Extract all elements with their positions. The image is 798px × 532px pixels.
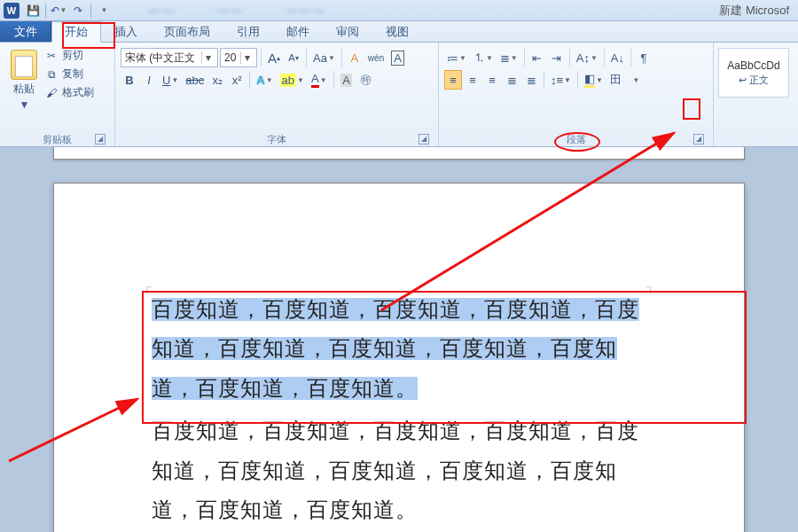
chevron-down-icon: ▼ [101, 6, 108, 14]
clear-formatting-button[interactable]: A [346, 48, 364, 67]
chevron-down-icon: ▼ [20, 98, 30, 111]
paragraph-dialog-launcher[interactable]: ◢ [693, 134, 704, 145]
align-left-icon: ≡ [450, 74, 457, 87]
distributed-icon: ≣ [527, 74, 536, 87]
undo-icon: ↶ [51, 4, 59, 17]
paste-button[interactable]: 粘贴 ▼ [5, 44, 43, 111]
qat-save-button[interactable]: 💾 [24, 3, 42, 19]
font-dialog-launcher[interactable]: ◢ [419, 134, 429, 145]
italic-button[interactable]: I [140, 70, 158, 90]
highlight-button[interactable]: ab▼ [278, 70, 307, 90]
line-spacing-button[interactable]: ↕≡▼ [548, 70, 574, 90]
asian-layout-icon: A↕ [576, 51, 590, 65]
document-area[interactable]: ┌ ┐ 百度知道，百度知道，百度知道，百度知道，百度知道，百度知道，百度知道，百… [0, 147, 798, 532]
pilcrow-icon: ¶ [641, 51, 647, 65]
qat-separator [90, 4, 91, 18]
style-normal[interactable]: AaBbCcDd ↩ 正文 [718, 48, 789, 98]
chevron-down-icon: ▼ [60, 6, 67, 14]
justify-button[interactable]: ≣ [503, 70, 520, 90]
font-name-combo[interactable]: 宋体 (中文正文▾ [121, 48, 218, 67]
enclose-char-button[interactable]: ㊕ [357, 70, 375, 90]
format-painter-button[interactable]: 🖌 格式刷 [44, 85, 94, 100]
sort-icon: A↓ [611, 51, 624, 65]
subscript-button[interactable]: x₂ [208, 70, 226, 90]
title-bar: W 💾 ↶▼ ↷ ▼ — — — — — — — 新建 Microsof [0, 0, 798, 21]
chevron-down-icon: ▾ [201, 51, 214, 64]
group-label: 段落 [567, 133, 586, 146]
font-size-combo[interactable]: 20▾ [220, 48, 257, 67]
borders-dropdown-button[interactable]: ▼ [627, 70, 645, 90]
text-effects-button[interactable]: A▼ [254, 70, 275, 90]
dec-indent-icon: ⇤ [532, 51, 542, 65]
shading-icon: ◧ [584, 72, 595, 88]
clipboard-dialog-launcher[interactable]: ◢ [95, 134, 106, 145]
tab-page-layout[interactable]: 页面布局 [151, 21, 223, 42]
align-right-button[interactable]: ≡ [483, 70, 501, 90]
borders-button[interactable]: 田 [607, 70, 625, 90]
document-paragraph-2[interactable]: 百度知道，百度知道，百度知道，百度知道，百度知道，百度知道，百度知道，百度知道，… [152, 411, 646, 529]
qat-customize-button[interactable]: ▼ [95, 3, 113, 19]
font-color-button[interactable]: A▼ [309, 70, 330, 90]
ribbon: 粘贴 ▼ ✂ 剪切 ⧉ 复制 🖌 格式刷 剪贴板 ◢ [0, 43, 798, 147]
strikethrough-button[interactable]: abc [183, 70, 207, 90]
numbering-button[interactable]: ⒈▼ [471, 48, 496, 67]
group-label: 字体 [267, 133, 286, 146]
align-left-button[interactable]: ≡ [444, 70, 462, 90]
bullets-button[interactable]: ≔▼ [444, 48, 469, 67]
margin-marker-icon: ┌ [143, 279, 152, 293]
tab-review[interactable]: 审阅 [323, 21, 372, 42]
tab-insert[interactable]: 插入 [101, 21, 151, 42]
grow-font-button[interactable]: A▴ [265, 48, 283, 67]
document-page[interactable]: ┌ ┐ 百度知道，百度知道，百度知道，百度知道，百度知道，百度知道，百度知道，百… [53, 183, 745, 532]
group-clipboard: 粘贴 ▼ ✂ 剪切 ⧉ 复制 🖌 格式刷 剪贴板 ◢ [0, 43, 115, 146]
superscript-button[interactable]: x² [228, 70, 246, 90]
multilevel-button[interactable]: ≣▼ [497, 48, 520, 67]
char-border-button[interactable]: A [388, 48, 407, 67]
tab-view[interactable]: 视图 [372, 21, 422, 42]
inc-indent-icon: ⇥ [552, 51, 561, 65]
distributed-button[interactable]: ≣ [522, 70, 540, 90]
chevron-down-icon: ▾ [240, 51, 253, 64]
chevron-down-icon: ▼ [632, 76, 639, 84]
decrease-indent-button[interactable]: ⇤ [528, 48, 546, 67]
group-paragraph: ≔▼ ⒈▼ ≣▼ ⇤ ⇥ A↕▼ A↓ ¶ ≡ ≡ ≡ ≣ ≣ ↕≡▼ [439, 43, 714, 146]
qat-undo-button[interactable]: ↶▼ [50, 3, 67, 19]
align-center-button[interactable]: ≡ [464, 70, 481, 90]
document-paragraph-1[interactable]: 百度知道，百度知道，百度知道，百度知道，百度知道，百度知道，百度知道，百度知道，… [152, 290, 646, 408]
copy-button[interactable]: ⧉ 复制 [44, 66, 94, 82]
numbering-icon: ⒈ [473, 50, 485, 66]
tab-file[interactable]: 文件 [0, 21, 51, 42]
sort-button[interactable]: A↓ [608, 48, 627, 67]
bullets-icon: ≔ [447, 51, 458, 65]
selected-text[interactable]: 百度知道，百度知道，百度知道，百度知道，百度知道，百度知道，百度知道，百度知道，… [152, 298, 639, 400]
asian-layout-button[interactable]: A↕▼ [574, 48, 600, 67]
word-app-icon: W [4, 3, 20, 19]
scissors-icon: ✂ [44, 49, 59, 63]
align-center-icon: ≡ [469, 74, 476, 87]
align-right-icon: ≡ [489, 74, 496, 87]
group-font: 宋体 (中文正文▾ 20▾ A▴ A▾ Aa▼ A wén A B I U▼ a… [115, 43, 439, 146]
shrink-font-button[interactable]: A▾ [285, 48, 302, 67]
increase-indent-button[interactable]: ⇥ [548, 48, 566, 67]
cut-button[interactable]: ✂ 剪切 [44, 48, 94, 63]
show-marks-button[interactable]: ¶ [635, 48, 653, 67]
previous-page-edge [53, 147, 745, 160]
shading-button[interactable]: ◧▼ [582, 70, 606, 90]
bold-button[interactable]: B [121, 70, 138, 90]
paste-label: 粘贴 [13, 82, 35, 97]
redo-icon: ↷ [74, 4, 82, 17]
margin-marker-icon: ┐ [646, 279, 655, 293]
tab-references[interactable]: 引用 [223, 21, 273, 42]
qat-redo-button[interactable]: ↷ [69, 3, 87, 19]
underline-button[interactable]: U▼ [160, 70, 181, 90]
tab-home[interactable]: 开始 [51, 21, 101, 43]
multilevel-icon: ≣ [500, 51, 510, 65]
phonetic-guide-button[interactable]: wén [365, 48, 387, 67]
titlebar-blurred-tabs: — — — — — — — [149, 4, 324, 17]
tab-mail[interactable]: 邮件 [273, 21, 323, 42]
change-case-button[interactable]: Aa▼ [310, 48, 338, 67]
qat-separator [45, 4, 46, 18]
ribbon-tab-row: 文件 开始 插入 页面布局 引用 邮件 审阅 视图 [0, 21, 798, 43]
char-shading-button[interactable]: A [338, 70, 356, 90]
justify-icon: ≣ [507, 74, 517, 87]
